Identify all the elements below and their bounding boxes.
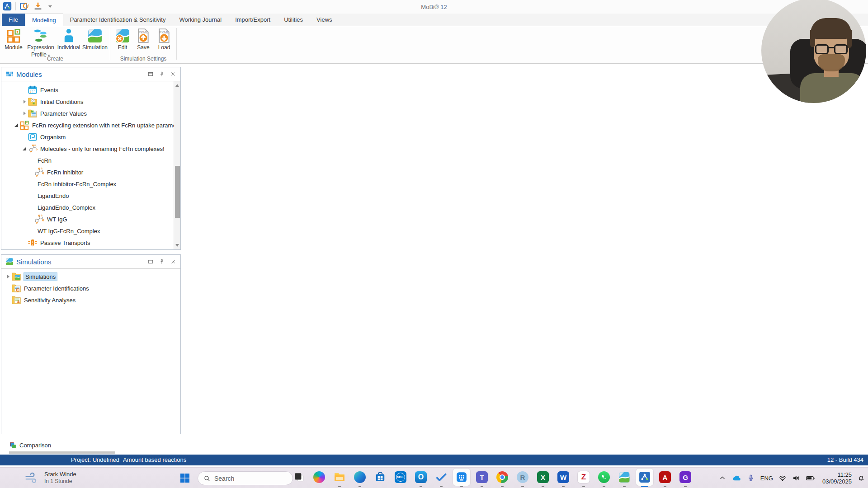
tree-item-organism[interactable]: Organism [1, 131, 180, 143]
simulations-icon [5, 258, 14, 266]
clock[interactable]: 11:25 03/09/2025 [822, 471, 852, 485]
tree-item-wt-igg-complex[interactable]: WT IgG-FcRn_Complex [1, 225, 180, 237]
pin-panel-icon[interactable] [159, 258, 165, 265]
maximize-panel-icon[interactable] [147, 71, 154, 77]
taskbar-search[interactable] [198, 471, 293, 485]
outlook-icon: O [415, 471, 427, 483]
simulations-panel: Simulations Simulations Parameter Identi… [1, 254, 181, 434]
initial-conditions-folder-icon [28, 97, 38, 107]
hidden-icons-chevron-icon[interactable] [718, 474, 726, 482]
tab-file[interactable]: File [2, 14, 25, 26]
volume-icon[interactable] [792, 474, 800, 482]
zotero-button[interactable]: Z [578, 471, 590, 483]
tab-parameter-identification[interactable]: Parameter Identification & Sensitivity [63, 14, 173, 26]
gem-app-button[interactable]: G [679, 471, 691, 483]
load-button[interactable]: PKML Load [154, 26, 175, 51]
module-button[interactable]: Module [2, 26, 25, 51]
tree-item-fcrn-inhibitor[interactable]: FcRn inhibitor [1, 166, 180, 178]
expand-expanded-icon[interactable] [13, 123, 19, 127]
tab-import-export[interactable]: Import/Export [228, 14, 277, 26]
microphone-icon[interactable] [747, 474, 755, 482]
presenter-hair [811, 18, 851, 39]
expression-profile-button[interactable]: Expression Profile [25, 26, 56, 58]
pksim-button[interactable] [618, 471, 630, 483]
notifications-bell-icon[interactable] [857, 474, 865, 482]
tab-working-journal[interactable]: Working Journal [172, 14, 228, 26]
teams-icon: T [476, 471, 488, 483]
language-indicator[interactable]: ENG [760, 475, 773, 482]
todo-button[interactable] [435, 471, 447, 483]
close-panel-icon[interactable] [170, 71, 176, 77]
pkml-save-icon: PKML [136, 28, 151, 43]
excel-button[interactable]: X [537, 471, 549, 483]
tree-item-ligandendo[interactable]: LigandEndo [1, 190, 180, 202]
tree-item-wt-igg[interactable]: WT IgG [1, 213, 180, 225]
chrome-button[interactable] [496, 471, 508, 483]
tree-item-events[interactable]: Events [1, 84, 180, 96]
expression-profile-icon [33, 28, 48, 43]
whatsapp-button[interactable] [598, 471, 610, 483]
onedrive-icon[interactable] [732, 474, 741, 483]
tree-item-initial-conditions[interactable]: Initial Conditions [1, 96, 180, 108]
scroll-up-icon[interactable] [175, 84, 179, 87]
edit-button[interactable]: Edit [112, 26, 133, 51]
expand-collapsed-icon[interactable] [21, 100, 28, 103]
mobi-taskbar-button[interactable] [639, 471, 651, 483]
svg-text:PKML: PKML [159, 30, 169, 34]
tab-modeling[interactable]: Modeling [25, 14, 63, 26]
outlook-button[interactable]: O [415, 471, 427, 483]
save-button[interactable]: PKML Save [133, 26, 154, 51]
copilot-button[interactable] [313, 471, 325, 483]
search-input[interactable] [214, 475, 287, 482]
tab-views[interactable]: Views [310, 14, 339, 26]
tree-item-ligandendo-complex[interactable]: LigandEndo_Complex [1, 202, 180, 213]
status-project: Project: Undefined [71, 456, 119, 463]
simulation-button[interactable]: Simulation [81, 26, 108, 51]
expand-collapsed-icon[interactable] [21, 112, 28, 115]
tree-item-simulations[interactable]: Simulations [1, 271, 180, 282]
acrobat-button[interactable]: A [659, 471, 671, 483]
molecule-icon [28, 144, 38, 154]
expand-expanded-icon[interactable] [21, 147, 28, 150]
individual-button[interactable]: Individual [56, 26, 81, 51]
scrollbar-thumb[interactable] [175, 166, 180, 218]
comparison-tab[interactable]: Comparison [9, 441, 51, 449]
tree-item-parameter-values[interactable]: Parameter Values [1, 108, 180, 119]
pin-panel-icon[interactable] [159, 71, 165, 77]
task-view-button[interactable] [293, 471, 305, 483]
webcam-overlay [761, 0, 866, 103]
system-tray: ENG 11:25 03/09/2025 [718, 468, 865, 488]
tree-item-passive-transports[interactable]: Passive Transports [1, 237, 180, 249]
wifi-icon[interactable] [778, 474, 787, 482]
weather-widget[interactable]: Stark Winde In 1 Stunde [24, 471, 76, 484]
dialpad-app-button[interactable] [456, 471, 467, 483]
simulations-folder-icon [11, 272, 21, 282]
file-explorer-button[interactable] [334, 471, 345, 483]
edge-button[interactable] [354, 471, 366, 483]
expand-collapsed-icon[interactable] [5, 275, 11, 278]
maximize-panel-icon[interactable] [147, 258, 154, 265]
module-icon [19, 120, 29, 130]
tree-item-fcrn[interactable]: FcRn [1, 155, 180, 166]
tree-item-molecules[interactable]: Molecules - only for renaming FcRn compl… [1, 143, 180, 155]
edge-icon [354, 471, 366, 483]
tree-item-fcrn-inhibitor-complex[interactable]: FcRn inhibitor-FcRn_Complex [1, 178, 180, 190]
vertical-scrollbar[interactable] [174, 81, 180, 249]
tree-item-sensitivity-analyses[interactable]: Sensitivity Analyses [1, 294, 180, 306]
word-button[interactable]: W [557, 471, 569, 483]
r-app-button[interactable]: R [517, 471, 528, 483]
microsoft-store-button[interactable] [374, 471, 386, 483]
teams-button[interactable]: T [476, 471, 488, 483]
presenter-glasses [814, 44, 849, 57]
tree-item-parameter-identifications[interactable]: Parameter Identifications [1, 282, 180, 294]
tree-item-fcrn-module[interactable]: FcRn recycling extension with net FcRn u… [1, 119, 180, 131]
simulation-icon [87, 28, 103, 43]
battery-icon[interactable] [806, 474, 815, 483]
module-icon [6, 28, 21, 43]
tab-utilities[interactable]: Utilities [277, 14, 310, 26]
start-button[interactable] [179, 473, 190, 483]
pkml-load-icon: PKML [156, 28, 172, 43]
scroll-down-icon[interactable] [175, 244, 179, 247]
dell-app-button[interactable]: DELL [395, 471, 406, 483]
close-panel-icon[interactable] [170, 258, 176, 265]
